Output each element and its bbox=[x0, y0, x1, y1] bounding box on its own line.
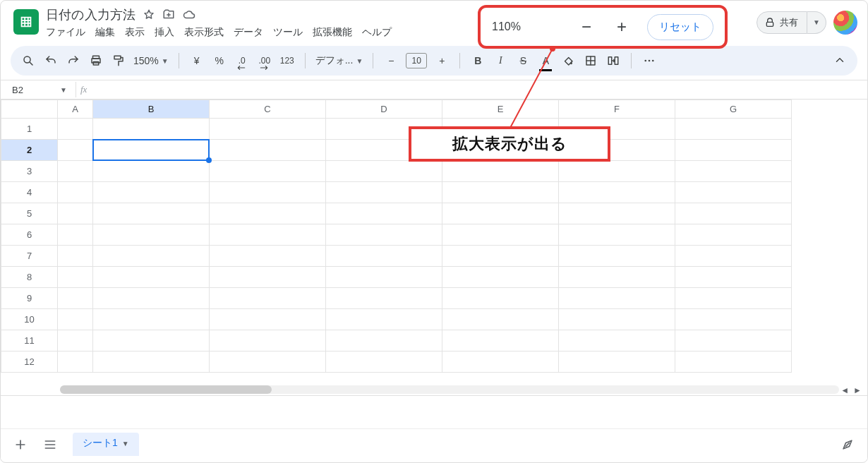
cell[interactable] bbox=[559, 267, 675, 288]
search-icon[interactable] bbox=[20, 53, 36, 68]
menu-file[interactable]: ファイル bbox=[46, 26, 85, 39]
cell[interactable] bbox=[210, 182, 326, 203]
cell[interactable] bbox=[326, 182, 442, 203]
cell[interactable] bbox=[442, 203, 559, 224]
cell[interactable] bbox=[93, 182, 210, 203]
cell[interactable] bbox=[58, 140, 93, 161]
cell[interactable] bbox=[326, 288, 442, 309]
cell[interactable] bbox=[675, 309, 792, 330]
cell[interactable] bbox=[559, 203, 675, 224]
increase-decimal-icon[interactable]: .00 bbox=[257, 53, 272, 68]
cell[interactable] bbox=[326, 351, 442, 373]
cell[interactable] bbox=[326, 246, 442, 267]
cell[interactable] bbox=[210, 119, 326, 140]
sheet-tab[interactable]: シート1 ▼ bbox=[73, 433, 139, 456]
cell[interactable] bbox=[93, 309, 210, 330]
italic-icon[interactable]: I bbox=[493, 53, 508, 68]
cell[interactable] bbox=[210, 330, 326, 351]
cell[interactable] bbox=[210, 351, 326, 373]
cell[interactable] bbox=[675, 288, 792, 309]
cell[interactable] bbox=[93, 267, 210, 288]
borders-icon[interactable] bbox=[583, 53, 598, 68]
cell[interactable] bbox=[58, 288, 93, 309]
star-icon[interactable] bbox=[143, 8, 155, 21]
cell[interactable] bbox=[210, 224, 326, 246]
add-sheet-button[interactable] bbox=[8, 434, 33, 455]
cell[interactable] bbox=[326, 309, 442, 330]
move-icon[interactable] bbox=[162, 8, 175, 21]
cell[interactable] bbox=[442, 161, 559, 182]
menu-edit[interactable]: 編集 bbox=[95, 26, 115, 39]
cell[interactable] bbox=[93, 224, 210, 246]
cell[interactable] bbox=[93, 246, 210, 267]
row-header[interactable]: 6 bbox=[1, 224, 58, 246]
cell[interactable] bbox=[559, 246, 675, 267]
cell[interactable] bbox=[58, 203, 93, 224]
explore-button[interactable] bbox=[835, 434, 860, 455]
strike-icon[interactable]: S bbox=[515, 53, 531, 68]
cell[interactable] bbox=[675, 140, 792, 161]
cell[interactable] bbox=[675, 330, 792, 351]
menu-extensions[interactable]: 拡張機能 bbox=[313, 26, 352, 39]
cell[interactable] bbox=[675, 182, 792, 203]
menu-view[interactable]: 表示 bbox=[125, 26, 145, 39]
row-header[interactable]: 1 bbox=[1, 119, 58, 140]
bold-icon[interactable]: B bbox=[470, 53, 486, 68]
row-header[interactable]: 7 bbox=[1, 246, 58, 267]
cell[interactable] bbox=[326, 203, 442, 224]
text-color-icon[interactable]: A bbox=[538, 53, 553, 68]
cell[interactable] bbox=[93, 161, 210, 182]
cell[interactable] bbox=[442, 351, 559, 373]
row-header[interactable]: 5 bbox=[1, 203, 58, 224]
sheets-app-icon[interactable] bbox=[13, 9, 39, 35]
row-header[interactable]: 3 bbox=[1, 161, 58, 182]
font-size-input[interactable]: 10 bbox=[406, 53, 427, 68]
cell[interactable] bbox=[326, 267, 442, 288]
row-header[interactable]: 8 bbox=[1, 267, 58, 288]
cell[interactable] bbox=[58, 246, 93, 267]
number-format-icon[interactable]: 123 bbox=[279, 53, 295, 68]
cell[interactable] bbox=[675, 246, 792, 267]
column-header[interactable]: D bbox=[326, 100, 442, 119]
cell[interactable] bbox=[93, 330, 210, 351]
cell[interactable] bbox=[559, 351, 675, 373]
cell[interactable] bbox=[210, 246, 326, 267]
menu-insert[interactable]: 挿入 bbox=[155, 26, 174, 39]
cell[interactable] bbox=[58, 161, 93, 182]
cell[interactable] bbox=[675, 267, 792, 288]
cell[interactable] bbox=[58, 224, 93, 246]
row-header[interactable]: 12 bbox=[1, 351, 58, 373]
print-icon[interactable] bbox=[88, 53, 104, 68]
menu-format[interactable]: 表示形式 bbox=[184, 26, 224, 39]
cell[interactable] bbox=[675, 161, 792, 182]
row-header[interactable]: 4 bbox=[1, 182, 58, 203]
decrease-decimal-icon[interactable]: .0 bbox=[234, 53, 250, 68]
menu-tools[interactable]: ツール bbox=[273, 26, 303, 39]
menu-help[interactable]: ヘルプ bbox=[362, 26, 392, 39]
cell[interactable] bbox=[58, 351, 93, 373]
account-avatar[interactable] bbox=[833, 11, 857, 35]
cell[interactable] bbox=[559, 330, 675, 351]
name-box[interactable]: B2▼ bbox=[8, 85, 71, 95]
column-header[interactable]: A bbox=[58, 100, 93, 119]
spreadsheet-grid[interactable]: ABCDEFG123456789101112 bbox=[1, 100, 792, 373]
cell[interactable] bbox=[326, 161, 442, 182]
zoom-reset-button[interactable]: リセット bbox=[647, 14, 713, 40]
row-header[interactable]: 9 bbox=[1, 288, 58, 309]
cell[interactable] bbox=[58, 119, 93, 140]
scroll-left-icon[interactable]: ◄ bbox=[839, 385, 850, 395]
cell[interactable] bbox=[210, 161, 326, 182]
merge-cells-icon[interactable] bbox=[605, 53, 621, 68]
row-header[interactable]: 11 bbox=[1, 330, 58, 351]
cell[interactable] bbox=[93, 351, 210, 373]
zoom-in-button[interactable]: + bbox=[612, 17, 632, 37]
cell[interactable] bbox=[58, 267, 93, 288]
cell[interactable] bbox=[442, 246, 559, 267]
cell[interactable] bbox=[442, 182, 559, 203]
currency-icon[interactable]: ¥ bbox=[189, 53, 205, 68]
cell[interactable] bbox=[442, 330, 559, 351]
cell[interactable] bbox=[210, 203, 326, 224]
cell[interactable] bbox=[58, 182, 93, 203]
cell[interactable] bbox=[559, 288, 675, 309]
undo-icon[interactable] bbox=[43, 53, 59, 68]
